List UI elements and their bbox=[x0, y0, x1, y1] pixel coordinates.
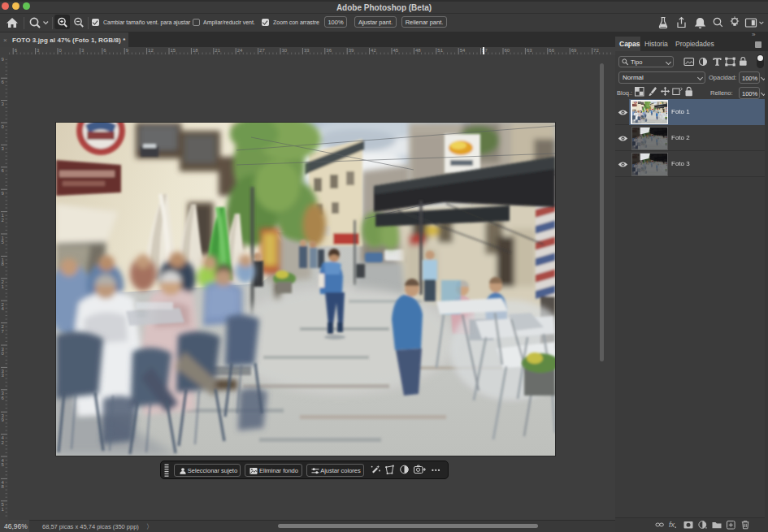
svg-text:33: 33 bbox=[304, 48, 310, 53]
svg-text:5: 5 bbox=[2, 462, 5, 467]
svg-text:9: 9 bbox=[2, 57, 5, 62]
svg-text:7: 7 bbox=[2, 329, 5, 334]
svg-text:9: 9 bbox=[2, 417, 5, 422]
svg-text:1: 1 bbox=[2, 507, 5, 512]
svg-text:9: 9 bbox=[2, 191, 5, 196]
svg-text:63: 63 bbox=[527, 48, 532, 53]
svg-text:42: 42 bbox=[371, 48, 376, 53]
svg-text:15: 15 bbox=[171, 48, 176, 53]
svg-text:72: 72 bbox=[593, 48, 599, 53]
svg-text:5: 5 bbox=[2, 240, 5, 244]
svg-text:24: 24 bbox=[237, 48, 243, 53]
svg-text:12: 12 bbox=[148, 48, 154, 53]
svg-text:6: 6 bbox=[2, 80, 5, 84]
svg-text:1: 1 bbox=[2, 284, 5, 289]
svg-text:39: 39 bbox=[349, 48, 354, 53]
svg-text:2: 2 bbox=[2, 218, 5, 223]
svg-text:8: 8 bbox=[2, 484, 5, 489]
svg-text:3: 3 bbox=[81, 48, 85, 53]
svg-text:45: 45 bbox=[393, 48, 399, 53]
svg-text:0: 0 bbox=[2, 124, 5, 129]
svg-text:36: 36 bbox=[326, 48, 332, 53]
svg-text:fx: fx bbox=[669, 521, 675, 529]
svg-text:27: 27 bbox=[259, 48, 265, 53]
svg-text:8: 8 bbox=[2, 262, 5, 266]
svg-text:60: 60 bbox=[505, 48, 510, 53]
svg-text:30: 30 bbox=[282, 48, 288, 53]
svg-text:6: 6 bbox=[2, 168, 5, 173]
svg-text:66: 66 bbox=[549, 48, 554, 53]
svg-text:6: 6 bbox=[2, 396, 5, 400]
svg-text:21: 21 bbox=[215, 48, 220, 53]
svg-text:3: 3 bbox=[2, 146, 5, 151]
svg-text:9: 9 bbox=[126, 48, 129, 53]
svg-text:3: 3 bbox=[37, 48, 40, 53]
svg-text:51: 51 bbox=[437, 48, 443, 53]
svg-text:6: 6 bbox=[103, 48, 106, 53]
svg-text:0: 0 bbox=[59, 48, 63, 53]
svg-text:69: 69 bbox=[571, 48, 577, 53]
svg-text:18: 18 bbox=[193, 48, 198, 53]
svg-text:0: 0 bbox=[2, 351, 5, 356]
svg-text:4: 4 bbox=[2, 306, 5, 311]
svg-text:48: 48 bbox=[415, 48, 421, 53]
svg-text:3: 3 bbox=[2, 373, 5, 378]
svg-text:2: 2 bbox=[2, 440, 5, 445]
svg-text:6: 6 bbox=[15, 48, 18, 53]
svg-text:54: 54 bbox=[460, 48, 466, 53]
svg-text:3: 3 bbox=[2, 102, 5, 106]
